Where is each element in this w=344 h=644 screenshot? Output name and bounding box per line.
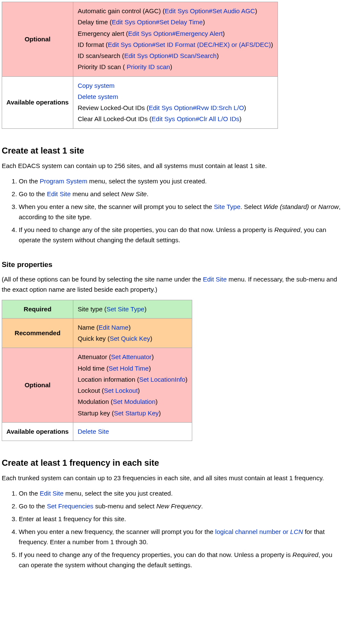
list-item: Go to the Edit Site menu and select New … — [19, 189, 342, 199]
list-item: On the Edit Site menu, select the site y… — [19, 488, 342, 499]
emergency-link[interactable]: Edit Sys Option#Emergency Alert — [128, 30, 223, 37]
site-type-link[interactable]: Site Type — [214, 203, 240, 210]
close-paren: ) — [217, 52, 219, 59]
close-paren: ) — [170, 63, 172, 70]
agc-text: Automatic gain control (AGC) ( — [78, 7, 165, 15]
text: . Select — [240, 203, 263, 210]
recommended-cell: Name (Edit Name) Quick key (Set Quick Ke… — [73, 318, 192, 348]
create-frequency-steps: On the Edit Site menu, select the site y… — [2, 488, 342, 570]
optional-header-2: Optional — [2, 348, 73, 423]
priority-text: Priority ID scan ( — [78, 63, 125, 70]
delete-system-link[interactable]: Delete system — [78, 93, 118, 100]
close-paren: ) — [244, 104, 246, 111]
idformat-link[interactable]: Edit Sys Option#Set ID Format (DEC/HEX) … — [108, 41, 271, 48]
create-frequency-intro: Each trunked system can contain up to 23… — [2, 473, 342, 483]
text: menu, select the site you just created. — [64, 490, 173, 497]
optional-header: Optional — [2, 2, 73, 77]
lcn-link[interactable]: logical channel number or LCN — [215, 528, 303, 535]
emphasis: Wide (standard) — [263, 203, 309, 210]
set-lockout-link[interactable]: Set Lockout — [104, 387, 138, 394]
text: On the — [19, 490, 40, 497]
edit-site-link-2[interactable]: Edit Site — [203, 276, 227, 283]
optional-cell-2: Attenuator (Set Attenuator) Hold time (S… — [73, 348, 192, 423]
text: If you need to change any of the frequen… — [19, 551, 292, 558]
list-item: If you need to change any of the site pr… — [19, 225, 342, 245]
text: menu, select the system you just created… — [87, 177, 207, 185]
loc-text: Location information ( — [78, 376, 139, 383]
emphasis: Required — [292, 551, 318, 558]
create-site-intro: Each EDACS system can contain up to 256 … — [2, 161, 342, 171]
close-paren: ) — [271, 41, 273, 48]
text: On the — [19, 177, 40, 185]
lockout-text: Lockout ( — [78, 387, 104, 394]
emphasis: Narrow — [318, 203, 338, 210]
idscan-text: ID scan/search ( — [78, 52, 124, 59]
emphasis: New Site — [121, 190, 147, 197]
close-paren: ) — [149, 365, 151, 372]
emergency-text: Emergency alert ( — [78, 30, 128, 37]
text: . — [147, 190, 148, 197]
program-system-link[interactable]: Program System — [40, 177, 87, 185]
text: When you enter a new site, the scanner w… — [19, 203, 214, 210]
priority-link[interactable]: Priority ID scan — [125, 63, 170, 70]
set-modulation-link[interactable]: Set Modulation — [113, 398, 156, 405]
delete-site-link[interactable]: Delete Site — [78, 428, 109, 435]
edit-site-link[interactable]: Edit Site — [47, 190, 71, 197]
edit-site-link-3[interactable]: Edit Site — [40, 490, 64, 497]
edit-name-link[interactable]: Edit Name — [98, 324, 128, 331]
close-paren: ) — [128, 324, 130, 331]
list-item: On the Program System menu, select the s… — [19, 176, 342, 186]
available-cell-2: Delete Site — [73, 422, 192, 441]
close-paren: ) — [223, 30, 225, 37]
link-text: logical channel number or — [215, 528, 290, 535]
review-link[interactable]: Edit Sys Option#Rvw ID:Srch L/O — [149, 104, 244, 111]
text: Go to the — [19, 502, 47, 510]
site-properties-intro: (All of these options can be found by se… — [2, 274, 342, 295]
set-site-type-link[interactable]: Set Site Type — [107, 305, 145, 313]
list-item: Go to the Set Frequencies sub-menu and s… — [19, 501, 342, 511]
clear-link[interactable]: Edit Sys Option#Clr All L/O IDs — [152, 115, 240, 122]
close-paren: ) — [150, 335, 152, 342]
emphasis: Required — [275, 226, 301, 233]
available-cell: Copy system Delete system Review Locked-… — [73, 76, 278, 128]
review-text: Review Locked-Out IDs ( — [78, 104, 149, 111]
close-paren: ) — [138, 387, 140, 394]
list-item: If you need to change any of the frequen… — [19, 550, 342, 570]
set-startup-key-link[interactable]: Set Startup Key — [114, 409, 159, 417]
close-paren: ) — [203, 18, 205, 26]
set-frequencies-link[interactable]: Set Frequencies — [47, 502, 93, 510]
set-locationinfo-link[interactable]: Set LocationInfo — [139, 376, 185, 383]
quickkey-text: Quick key ( — [78, 335, 110, 342]
copy-system-link[interactable]: Copy system — [78, 82, 115, 89]
set-attenuator-link[interactable]: Set Attenuator — [111, 353, 152, 360]
agc-link[interactable]: Edit Sys Option#Set Audio AGC — [165, 7, 255, 15]
idscan-link[interactable]: Edit Sys Option#ID Scan/Search — [124, 52, 217, 59]
set-hold-time-link[interactable]: Set Hold Time — [109, 365, 149, 372]
available-header-2: Available operations — [2, 422, 73, 441]
system-properties-table: Optional Automatic gain control (AGC) (E… — [2, 2, 278, 129]
delay-link[interactable]: Edit Sys Option#Set Delay Time — [112, 18, 202, 26]
text: (All of these options can be found by se… — [2, 276, 203, 283]
startup-text: Startup key ( — [78, 409, 114, 417]
text: Go to the — [19, 190, 47, 197]
site-properties-heading: Site properties — [2, 261, 342, 269]
text: If you need to change any of the site pr… — [19, 226, 275, 233]
name-text: Name ( — [78, 324, 98, 331]
required-cell: Site type (Set Site Type) — [73, 300, 192, 318]
mod-text: Modulation ( — [78, 398, 113, 405]
hold-text: Hold time ( — [78, 365, 109, 372]
delay-text: Delay time ( — [78, 18, 112, 26]
close-paren: ) — [152, 353, 154, 360]
text: sub-menu and select — [93, 502, 156, 510]
clear-text: Clear All Locked-Out IDs ( — [78, 115, 151, 122]
set-quick-key-link[interactable]: Set Quick Key — [110, 335, 150, 342]
close-paren: ) — [156, 398, 158, 405]
recommended-header: Recommended — [2, 318, 73, 348]
available-header: Available operations — [2, 76, 73, 128]
optional-cell: Automatic gain control (AGC) (Edit Sys O… — [73, 2, 278, 77]
emphasis: New Frequency — [156, 502, 201, 510]
atten-text: Attenuator ( — [78, 353, 111, 360]
text: . — [201, 502, 203, 510]
text: or — [309, 203, 318, 210]
sitetype-text: Site type ( — [78, 305, 107, 313]
